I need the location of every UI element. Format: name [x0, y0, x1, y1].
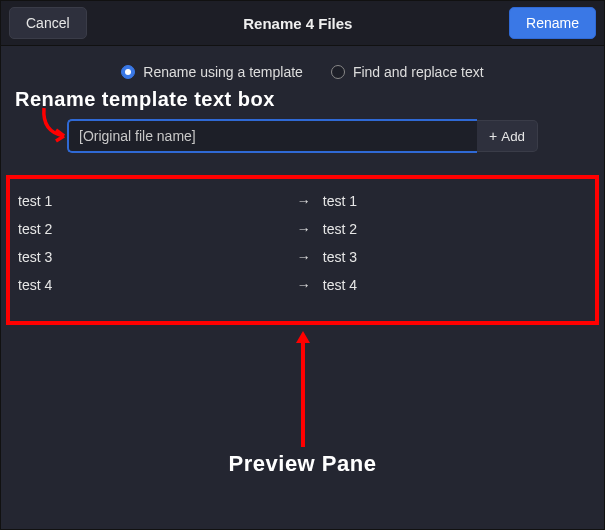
dialog-title: Rename 4 Files [243, 15, 352, 32]
plus-icon: + [489, 128, 497, 144]
preview-old-name: test 4 [18, 277, 297, 293]
annotation-preview-label: Preview Pane [1, 451, 604, 477]
mode-template-label: Rename using a template [143, 64, 303, 80]
rename-button[interactable]: Rename [509, 7, 596, 39]
preview-row: test 3→test 3 [14, 243, 591, 271]
annotation-arrow-icon [293, 329, 313, 449]
preview-pane: test 1→test 1test 2→test 2test 3→test 3t… [6, 175, 599, 325]
radio-icon [121, 65, 135, 79]
preview-new-name: test 1 [323, 193, 587, 209]
preview-new-name: test 2 [323, 221, 587, 237]
mode-template-option[interactable]: Rename using a template [121, 64, 303, 80]
mode-selector: Rename using a template Find and replace… [1, 46, 604, 84]
annotation-preview-container: Preview Pane [1, 325, 604, 477]
mode-find-replace-option[interactable]: Find and replace text [331, 64, 484, 80]
preview-old-name: test 1 [18, 193, 297, 209]
preview-row: test 4→test 4 [14, 271, 591, 299]
preview-old-name: test 3 [18, 249, 297, 265]
add-token-label: Add [501, 129, 525, 144]
arrow-right-icon: → [297, 193, 323, 209]
radio-icon [331, 65, 345, 79]
rename-template-input[interactable] [67, 119, 477, 153]
preview-old-name: test 2 [18, 221, 297, 237]
preview-row: test 1→test 1 [14, 187, 591, 215]
template-input-row: + Add [1, 111, 604, 167]
mode-find-replace-label: Find and replace text [353, 64, 484, 80]
preview-new-name: test 3 [323, 249, 587, 265]
add-token-button[interactable]: + Add [477, 120, 538, 152]
dialog-header: Cancel Rename 4 Files Rename [1, 1, 604, 46]
cancel-button[interactable]: Cancel [9, 7, 87, 39]
rename-dialog: Cancel Rename 4 Files Rename Rename usin… [0, 0, 605, 530]
arrow-right-icon: → [297, 221, 323, 237]
arrow-right-icon: → [297, 249, 323, 265]
annotation-template-box-label: Rename template text box [1, 84, 604, 111]
arrow-right-icon: → [297, 277, 323, 293]
preview-new-name: test 4 [323, 277, 587, 293]
preview-row: test 2→test 2 [14, 215, 591, 243]
